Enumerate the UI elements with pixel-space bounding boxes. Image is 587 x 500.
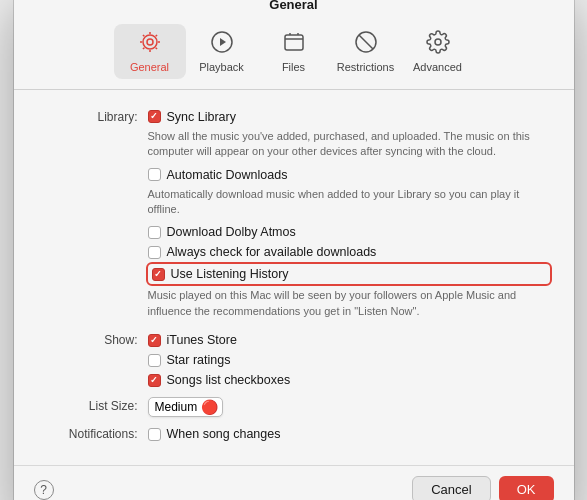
listening-description: Music played on this Mac will be seen by…: [148, 288, 550, 319]
settings-content: Library: Sync Library Show all the music…: [14, 90, 574, 461]
svg-rect-4: [285, 35, 303, 50]
download-dolby-label: Download Dolby Atmos: [167, 225, 296, 239]
use-listening-history-label: Use Listening History: [171, 267, 289, 281]
preferences-window: General General Playback: [14, 0, 574, 500]
svg-marker-3: [220, 38, 226, 46]
window-title: General: [14, 0, 574, 18]
tab-general-label: General: [130, 61, 169, 73]
sync-library-checkbox[interactable]: [148, 110, 161, 123]
tab-advanced-label: Advanced: [413, 61, 462, 73]
download-dolby-checkbox[interactable]: [148, 226, 161, 239]
footer: ? Cancel OK: [14, 465, 574, 500]
star-ratings-checkbox[interactable]: [148, 354, 161, 367]
auto-downloads-label: Automatic Downloads: [167, 168, 288, 182]
itunes-store-label: iTunes Store: [167, 333, 237, 347]
restrictions-icon: [354, 30, 378, 58]
notifications-content: When song changes: [148, 425, 550, 443]
itunes-store-checkbox[interactable]: [148, 334, 161, 347]
star-ratings-row: Star ratings: [148, 351, 550, 369]
tab-restrictions[interactable]: Restrictions: [330, 24, 402, 79]
star-ratings-label: Star ratings: [167, 353, 231, 367]
tab-playback-label: Playback: [199, 61, 244, 73]
always-check-row: Always check for available downloads: [148, 243, 550, 261]
songs-list-label: Songs list checkboxes: [167, 373, 291, 387]
songs-list-checkbox[interactable]: [148, 374, 161, 387]
when-song-changes-label: When song changes: [167, 427, 281, 441]
advanced-icon: [426, 30, 450, 58]
sync-library-row: Sync Library: [148, 108, 550, 126]
svg-line-6: [359, 35, 373, 49]
use-listening-history-checkbox[interactable]: [152, 268, 165, 281]
library-row: Library: Sync Library Show all the music…: [38, 104, 550, 327]
sync-description: Show all the music you've added, purchas…: [148, 129, 550, 160]
list-size-arrow: 🔴: [201, 399, 218, 415]
svg-point-1: [143, 35, 157, 49]
list-size-content: Medium 🔴: [148, 397, 550, 417]
when-song-changes-checkbox[interactable]: [148, 428, 161, 441]
tab-restrictions-label: Restrictions: [337, 61, 394, 73]
svg-point-7: [435, 39, 441, 45]
playback-icon: [210, 30, 234, 58]
list-size-select[interactable]: Medium 🔴: [148, 397, 224, 417]
ok-button[interactable]: OK: [499, 476, 554, 500]
toolbar: General Playback Files: [14, 18, 574, 90]
auto-downloads-row: Automatic Downloads: [148, 166, 550, 184]
tab-files-label: Files: [282, 61, 305, 73]
itunes-store-row: iTunes Store: [148, 331, 550, 349]
show-label: Show:: [38, 331, 148, 347]
notifications-label: Notifications:: [38, 425, 148, 441]
list-size-value: Medium: [155, 400, 198, 414]
auto-downloads-checkbox[interactable]: [148, 168, 161, 181]
use-listening-history-row: Use Listening History: [148, 264, 550, 284]
svg-point-0: [147, 39, 153, 45]
footer-buttons: Cancel OK: [412, 476, 553, 500]
show-row: Show: iTunes Store Star ratings Songs li…: [38, 327, 550, 393]
auto-description: Automatically download music when added …: [148, 187, 550, 218]
always-check-checkbox[interactable]: [148, 246, 161, 259]
show-content: iTunes Store Star ratings Songs list che…: [148, 331, 550, 389]
cancel-button[interactable]: Cancel: [412, 476, 490, 500]
general-icon: [138, 30, 162, 58]
always-check-label: Always check for available downloads: [167, 245, 377, 259]
songs-list-row: Songs list checkboxes: [148, 371, 550, 389]
when-song-changes-row: When song changes: [148, 425, 550, 443]
list-size-row: List Size: Medium 🔴: [38, 393, 550, 421]
files-icon: [282, 30, 306, 58]
list-size-label: List Size:: [38, 397, 148, 413]
tab-advanced[interactable]: Advanced: [402, 24, 474, 79]
tab-general[interactable]: General: [114, 24, 186, 79]
tab-playback[interactable]: Playback: [186, 24, 258, 79]
download-dolby-row: Download Dolby Atmos: [148, 223, 550, 241]
library-label: Library:: [38, 108, 148, 124]
help-button[interactable]: ?: [34, 480, 54, 500]
notifications-row: Notifications: When song changes: [38, 421, 550, 447]
tab-files[interactable]: Files: [258, 24, 330, 79]
library-content: Sync Library Show all the music you've a…: [148, 108, 550, 323]
sync-library-label: Sync Library: [167, 110, 236, 124]
list-size-wrapper: Medium 🔴: [148, 397, 550, 417]
